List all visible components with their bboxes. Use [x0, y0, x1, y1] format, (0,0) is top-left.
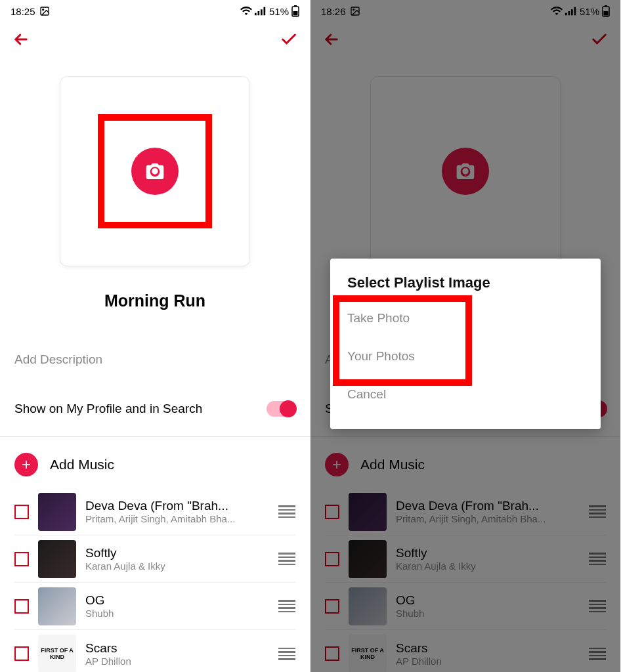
drag-handle-icon[interactable] — [278, 503, 295, 520]
nav-bar — [0, 22, 310, 56]
status-bar: 18:25 51% — [0, 0, 310, 22]
track-title: Scars — [85, 641, 269, 656]
camera-icon — [144, 161, 165, 182]
track-row: OG Shubh — [14, 583, 295, 630]
drag-handle-icon[interactable] — [278, 551, 295, 567]
show-profile-toggle[interactable] — [267, 401, 295, 417]
track-title: Softly — [85, 546, 269, 560]
phone-right: 18:26 51% Morning Run Add Description Sh… — [310, 0, 621, 672]
phone-left: 18:25 51% Morning Run Add Description Sh… — [0, 0, 310, 672]
track-artwork — [38, 587, 76, 625]
track-row: FIRST OF A KIND Scars AP Dhillon — [14, 630, 295, 672]
track-checkbox[interactable] — [14, 505, 29, 519]
svg-rect-5 — [263, 7, 265, 16]
track-artist: Shubh — [85, 608, 269, 619]
back-button[interactable] — [12, 30, 30, 49]
svg-point-1 — [42, 9, 43, 10]
drag-handle-icon[interactable] — [278, 598, 295, 614]
svg-rect-7 — [293, 11, 298, 16]
drag-handle-icon[interactable] — [278, 646, 295, 662]
playlist-title[interactable]: Morning Run — [0, 291, 310, 310]
signal-icon — [255, 7, 267, 16]
cancel-option[interactable]: Cancel — [330, 375, 601, 413]
track-list: Deva Deva (From "Brah... Pritam, Arijit … — [0, 488, 310, 672]
track-artwork — [38, 493, 76, 531]
track-row: Softly Karan Aujla & Ikky — [14, 536, 295, 583]
track-artwork — [38, 540, 76, 578]
svg-rect-8 — [294, 5, 297, 7]
status-battery: 51% — [269, 6, 289, 17]
dialog-title: Select Playlist Image — [330, 274, 601, 299]
take-photo-option[interactable]: Take Photo — [330, 299, 601, 337]
cover-image-card[interactable] — [60, 76, 250, 266]
track-artwork: FIRST OF A KIND — [38, 635, 76, 672]
add-music-label: Add Music — [50, 457, 114, 472]
confirm-button[interactable] — [280, 30, 298, 49]
svg-rect-3 — [257, 11, 259, 15]
plus-icon: + — [14, 453, 38, 476]
track-artist: AP Dhillon — [85, 656, 269, 667]
show-profile-label: Show on My Profile and in Search — [14, 402, 202, 416]
wifi-icon — [240, 7, 252, 16]
svg-rect-4 — [261, 9, 263, 15]
track-artist: Karan Aujla & Ikky — [85, 560, 269, 572]
description-field[interactable]: Add Description — [0, 352, 310, 367]
add-music-row[interactable]: + Add Music — [0, 437, 310, 488]
track-checkbox[interactable] — [14, 552, 29, 566]
camera-button[interactable] — [131, 148, 179, 195]
track-title: Deva Deva (From "Brah... — [85, 499, 269, 513]
track-checkbox[interactable] — [14, 599, 29, 614]
track-checkbox[interactable] — [14, 646, 29, 661]
track-title: OG — [85, 593, 269, 608]
status-time: 18:25 — [11, 6, 35, 17]
battery-icon — [291, 5, 299, 17]
track-row: Deva Deva (From "Brah... Pritam, Arijit … — [14, 488, 295, 536]
track-artist: Pritam, Arijit Singh, Amitabh Bha... — [85, 513, 269, 524]
svg-rect-2 — [255, 13, 257, 16]
picture-icon — [39, 6, 50, 16]
your-photos-option[interactable]: Your Photos — [330, 337, 601, 375]
select-image-dialog: Select Playlist Image Take Photo Your Ph… — [330, 259, 601, 429]
